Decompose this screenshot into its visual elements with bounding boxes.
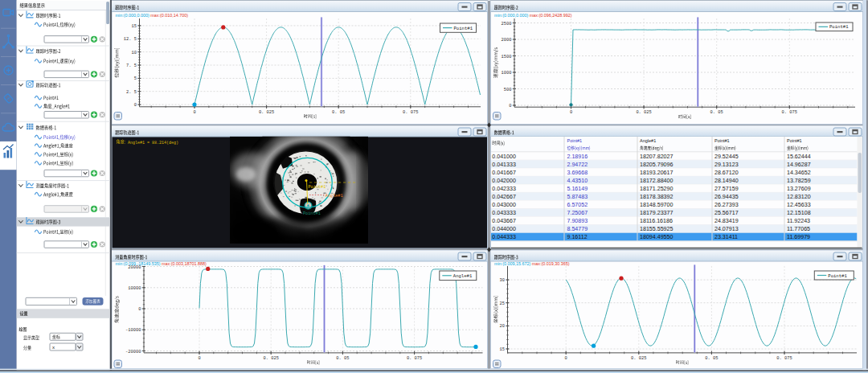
svg-text:1500: 1500 (501, 55, 511, 59)
svg-text:5: 5 (134, 76, 137, 81)
svg-text:Angle#1: Angle#1 (453, 273, 473, 279)
svg-text:18207.82027: 18207.82027 (640, 154, 673, 160)
svg-text:0. 075: 0. 075 (403, 110, 418, 115)
svg-text:0.041667: 0.041667 (492, 170, 516, 176)
svg-text:Point#1: Point#1 (454, 26, 473, 31)
svg-text:28.14940: 28.14940 (714, 178, 739, 184)
svg-text:12.15108: 12.15108 (787, 210, 811, 216)
svg-text:0. 075: 0. 075 (407, 356, 422, 361)
svg-text:29.52445: 29.52445 (714, 154, 739, 160)
svg-text:10: 10 (131, 51, 136, 55)
svg-text:18172.88400: 18172.88400 (640, 178, 673, 184)
svg-text:2000: 2000 (501, 38, 511, 43)
svg-text:0: 0 (138, 307, 141, 312)
svg-text:11.77065: 11.77065 (787, 226, 810, 232)
svg-text:0.041000: 0.041000 (492, 154, 516, 160)
svg-text:24.07913: 24.07913 (714, 226, 739, 232)
svg-text:0. 05: 0. 05 (710, 110, 723, 115)
svg-text:0: 0 (134, 103, 137, 108)
svg-text:18148.59700: 18148.59700 (640, 202, 673, 208)
svg-text:15: 15 (131, 24, 136, 29)
svg-text:500: 500 (504, 88, 512, 92)
svg-text:Point#1: Point#1 (787, 138, 802, 143)
svg-text:23.31411: 23.31411 (714, 234, 738, 240)
svg-text:Angle#1: Angle#1 (326, 194, 343, 199)
svg-text:28.67120: 28.67120 (714, 170, 739, 176)
svg-text:15.62444: 15.62444 (787, 154, 811, 160)
svg-text:-10000: -10000 (125, 328, 141, 333)
svg-text:Point#1: Point#1 (567, 138, 583, 143)
svg-text:10000: 10000 (128, 286, 141, 291)
svg-text:20000: 20000 (128, 265, 141, 270)
svg-text:18116.16186: 18116.16186 (640, 218, 673, 224)
svg-text:18178.38392: 18178.38392 (640, 194, 673, 200)
svg-text:0. 025: 0. 025 (636, 110, 651, 115)
svg-text:25: 25 (499, 301, 504, 306)
svg-text:18193.20617: 18193.20617 (640, 170, 673, 176)
svg-text:15: 15 (499, 347, 504, 352)
svg-text:min:(0.000,0.000) max:(0.010,1: min:(0.000,0.000) max:(0.010,14.700) (116, 13, 189, 18)
svg-text:0. 05: 0. 05 (332, 110, 345, 115)
svg-text:27.57159: 27.57159 (714, 186, 739, 192)
svg-text:min:(0.000,0.000) max:(0.096,2: min:(0.000,0.000) max:(0.096,2428.992) (494, 13, 572, 18)
svg-text:13.78259: 13.78259 (787, 178, 811, 184)
svg-text:2.18916: 2.18916 (567, 154, 588, 160)
svg-text:6.57052: 6.57052 (567, 202, 588, 208)
svg-text:0. 025: 0. 025 (631, 356, 646, 361)
svg-text:18179.23377: 18179.23377 (640, 210, 673, 216)
svg-text:0. 025: 0. 025 (263, 356, 278, 361)
svg-text:0.044333: 0.044333 (492, 234, 516, 240)
svg-text:26.94435: 26.94435 (714, 194, 739, 200)
svg-text:4.43510: 4.43510 (567, 178, 588, 184)
svg-text:7.25067: 7.25067 (567, 210, 588, 216)
svg-text:0.043667: 0.043667 (492, 218, 516, 224)
svg-text:26.27393: 26.27393 (714, 202, 739, 208)
svg-text:18171.25290: 18171.25290 (640, 186, 673, 192)
svg-text:0: 0 (193, 110, 195, 115)
svg-text:0. 075: 0. 075 (782, 110, 797, 115)
svg-text:0: 0 (570, 110, 572, 115)
svg-text:Point#1: Point#1 (829, 24, 849, 30)
svg-text:0.044000: 0.044000 (492, 226, 516, 232)
svg-text:0. 075: 0. 075 (776, 356, 792, 361)
svg-text:18155.55925: 18155.55925 (640, 226, 673, 232)
svg-text:11.69979: 11.69979 (787, 234, 810, 240)
svg-text:Point#1: Point#1 (714, 138, 730, 143)
svg-text:Point#1: Point#1 (828, 273, 847, 279)
svg-text:0: 0 (198, 356, 200, 361)
svg-text:0. 05: 0. 05 (705, 356, 718, 361)
svg-text:14.96287: 14.96287 (787, 162, 811, 168)
svg-text:Angle#1 = 88.214(deg): Angle#1 = 88.214(deg) (128, 141, 178, 146)
svg-text:0: 0 (509, 104, 511, 109)
svg-text:5.16149: 5.16149 (567, 186, 588, 192)
svg-text:0. 05: 0. 05 (336, 356, 349, 361)
svg-text:0.042000: 0.042000 (492, 178, 516, 184)
svg-text:20: 20 (499, 324, 504, 329)
svg-text:0.043000: 0.043000 (492, 202, 516, 208)
svg-text:0. 025: 0. 025 (259, 110, 274, 115)
svg-text:0: 0 (565, 356, 567, 361)
svg-text:9.16112: 9.16112 (567, 234, 588, 240)
svg-text:3.69668: 3.69668 (567, 170, 588, 176)
svg-text:30: 30 (499, 278, 504, 283)
svg-text:2500: 2500 (501, 22, 511, 27)
svg-text:12.45633: 12.45633 (787, 202, 811, 208)
svg-text:24.83419: 24.83419 (714, 218, 739, 224)
svg-text:-20000: -20000 (125, 350, 141, 355)
svg-text:12.83120: 12.83120 (787, 194, 811, 200)
svg-text:0.043333: 0.043333 (492, 210, 516, 216)
svg-text:18094.49550: 18094.49550 (640, 234, 673, 240)
svg-text:7.90893: 7.90893 (567, 218, 588, 224)
svg-text:5.87483: 5.87483 (567, 194, 588, 200)
svg-text:0.042667: 0.042667 (492, 194, 516, 200)
svg-text:18205.79096: 18205.79096 (640, 162, 673, 168)
svg-text:8.54779: 8.54779 (567, 226, 588, 232)
svg-text:13.27609: 13.27609 (787, 186, 811, 192)
svg-text:7. 5: 7. 5 (126, 64, 137, 68)
svg-text:Point#1: Point#1 (309, 185, 326, 190)
svg-text:0.041333: 0.041333 (492, 162, 516, 168)
svg-text:29.13123: 29.13123 (714, 162, 739, 168)
svg-text:Angle#1: Angle#1 (640, 138, 656, 143)
svg-text:0.042333: 0.042333 (492, 186, 516, 192)
svg-text:Point#1: Point#1 (303, 211, 321, 216)
